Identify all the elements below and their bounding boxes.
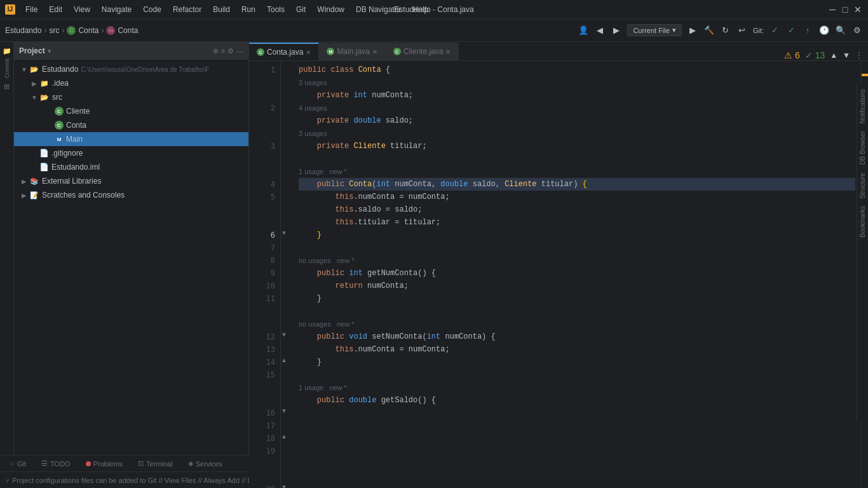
project-settings-icon[interactable]: ⚙ — [227, 47, 234, 55]
tree-item-src[interactable]: ▼ 📂 src — [14, 90, 248, 104]
forward-icon[interactable]: ▶ — [611, 25, 622, 36]
ln-usages-16 — [249, 381, 280, 407]
tab-cliente[interactable]: C Cliente.java ✕ — [386, 43, 459, 60]
project-dropdown-icon[interactable]: ▾ — [48, 47, 51, 55]
tab-todo[interactable]: ☰ TODO — [36, 458, 76, 469]
project-icon[interactable]: 📁 — [1, 44, 13, 57]
usages-line-3: 4 usages — [299, 102, 855, 114]
commit-icon[interactable]: Commit — [1, 62, 13, 75]
search-icon[interactable]: 🔍 — [835, 25, 846, 36]
tree-item-gitignore[interactable]: 📄 .gitignore — [14, 146, 248, 160]
plugins-icon[interactable]: ⊞ — [1, 80, 13, 93]
tree-item-cliente[interactable]: C Cliente — [14, 104, 248, 118]
undo-icon[interactable]: ↩ — [736, 25, 748, 36]
code-content[interactable]: public class Conta { 3 usages private in… — [294, 61, 860, 488]
todo-tab-label: TODO — [50, 460, 71, 468]
menu-view[interactable]: View — [69, 4, 95, 15]
tab-terminal[interactable]: ⊡ Terminal — [133, 458, 178, 469]
tab-more-icon[interactable]: ⋮ — [855, 51, 863, 60]
run-button[interactable]: ▶ — [687, 25, 698, 36]
fold-16[interactable]: ▼ — [281, 404, 294, 417]
project-header-actions: ⊕ ≡ ⚙ — — [213, 47, 243, 55]
kw-this-7: this — [336, 191, 354, 203]
menu-edit[interactable]: Edit — [44, 4, 67, 15]
type-int-16: int — [427, 330, 445, 343]
brace-close-10: } — [317, 229, 322, 241]
breadcrumb-conta-pkg[interactable]: C Conta — [67, 26, 98, 35]
back-icon[interactable]: ◀ — [594, 25, 606, 36]
git-label: Git: — [753, 27, 764, 34]
type-int-12: int — [349, 267, 367, 280]
app-icon: IJ — [5, 4, 15, 15]
main-content: 📁 Commit ⊞ Project ▾ ⊕ ≡ ⚙ — ▼ 📂 Estudan… — [0, 42, 868, 455]
fold-18[interactable]: ▲ — [281, 430, 294, 442]
fold-14[interactable]: ▲ — [281, 353, 294, 366]
fold-20[interactable]: ▼ — [281, 480, 294, 488]
menu-navigate[interactable]: Navigate — [97, 4, 137, 15]
menu-build[interactable]: Build — [208, 4, 235, 15]
usages-line-20: 1 usage new * — [299, 381, 855, 394]
build-icon[interactable]: 🔨 — [703, 25, 715, 36]
breadcrumb-src[interactable]: src — [49, 26, 59, 35]
gutter-warn-1[interactable] — [862, 74, 868, 76]
services-tab-label: Services — [196, 460, 222, 468]
tab-problems[interactable]: Problems — [81, 459, 128, 469]
tree-item-scratches[interactable]: ▶ 📝 Scratches and Consoles — [14, 188, 248, 202]
scratches-name: Scratches and Consoles — [42, 191, 125, 200]
git-tab-label: Git — [17, 460, 26, 468]
reload-icon[interactable]: ↻ — [720, 25, 731, 36]
profile-icon[interactable]: 👤 — [578, 25, 589, 36]
tree-item-main[interactable]: M Main — [14, 132, 248, 146]
tree-item-iml[interactable]: 📄 Estudando.iml — [14, 160, 248, 174]
tab-conta[interactable]: C Conta.java ✕ — [249, 43, 319, 60]
git-check-icon[interactable]: ✓ — [769, 25, 780, 36]
tab-git[interactable]: ⑂ Git — [5, 459, 31, 469]
tree-item-root[interactable]: ▼ 📂 Estudando C:\Users\sousa\OneDrive\Ár… — [14, 62, 248, 76]
minimize-button[interactable]: ─ — [827, 4, 837, 15]
menu-git[interactable]: Git — [291, 4, 311, 15]
structure-panel[interactable]: Structure — [858, 170, 867, 201]
git-push-icon[interactable]: ↑ — [802, 25, 813, 36]
menu-window[interactable]: Window — [312, 4, 349, 15]
cliente-tab-close[interactable]: ✕ — [445, 48, 451, 55]
git-ok-icon[interactable]: ✓ — [785, 25, 797, 36]
ln-usages-3 — [249, 114, 280, 140]
db-browser-panel[interactable]: DB Browser — [858, 128, 867, 167]
problems-dot-icon — [86, 461, 91, 466]
cliente-java-icon: C — [55, 107, 64, 116]
menu-tools[interactable]: Tools — [262, 4, 290, 15]
bookmarks-panel[interactable]: Bookmarks — [858, 203, 867, 240]
warnings-indicator[interactable]: ⚠ 6 ✓ 13 — [784, 50, 825, 60]
menu-code[interactable]: Code — [138, 4, 166, 15]
cliente-name: Cliente — [66, 107, 90, 116]
current-file-button[interactable]: Current File ▾ — [627, 24, 681, 36]
project-collapse-icon[interactable]: ≡ — [221, 47, 225, 55]
tab-main[interactable]: M Main.java ✕ — [319, 43, 385, 60]
tab-services[interactable]: ◈ Services — [183, 458, 227, 469]
tab-up-icon[interactable]: ▲ — [830, 51, 837, 60]
conta-tab-close[interactable]: ✕ — [306, 49, 311, 56]
git-history-icon[interactable]: 🕐 — [818, 25, 830, 36]
nm-setNumConta: setNumConta — [372, 330, 422, 343]
project-close-icon[interactable]: — — [236, 47, 243, 55]
notifications-panel[interactable]: Notifications — [858, 86, 867, 126]
tree-item-conta[interactable]: C Conta — [14, 118, 248, 132]
breadcrumb-conta-class[interactable]: m Conta — [106, 26, 138, 35]
breadcrumb-estudando[interactable]: Estudando — [5, 26, 41, 35]
tab-down-icon[interactable]: ▼ — [843, 51, 850, 60]
menu-run[interactable]: Run — [236, 4, 261, 15]
kw-public-6: public — [317, 178, 349, 191]
project-add-icon[interactable]: ⊕ — [213, 47, 219, 55]
tree-item-idea[interactable]: ▶ 📁 .idea — [14, 76, 248, 90]
fold-6[interactable]: ▼ — [281, 226, 294, 239]
code-line-3: private double saldo; — [299, 114, 855, 127]
main-tab-close[interactable]: ✕ — [372, 48, 377, 55]
tree-item-external-libs[interactable]: ▶ 📚 External Libraries — [14, 174, 248, 188]
fold-12[interactable]: ▼ — [281, 328, 294, 341]
nm-numConta-16: numConta — [445, 330, 482, 343]
settings-icon[interactable]: ⚙ — [851, 25, 863, 36]
menu-refactor[interactable]: Refactor — [168, 4, 207, 15]
maximize-button[interactable]: □ — [840, 4, 850, 15]
close-button[interactable]: ✕ — [853, 4, 863, 15]
menu-file[interactable]: File — [20, 4, 43, 15]
